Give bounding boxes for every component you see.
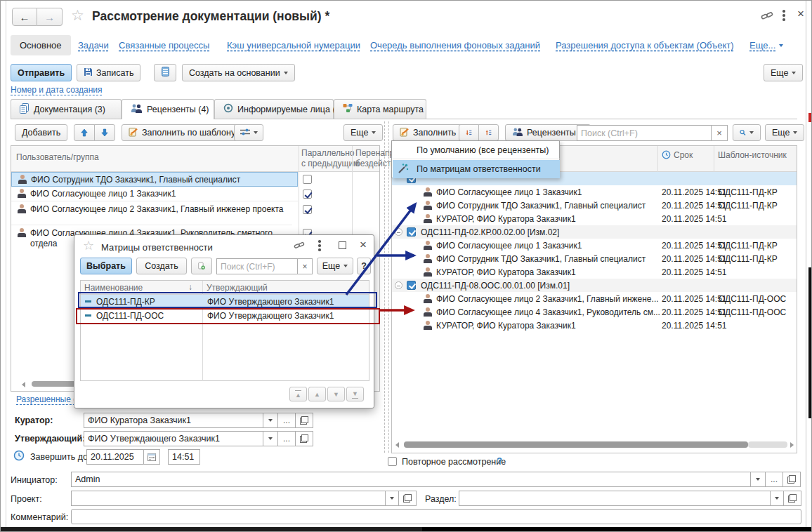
send-button[interactable]: Отправить (11, 64, 72, 81)
col-header-template-source[interactable]: Шаблон-источник (718, 150, 787, 160)
parallel-checkbox[interactable] (303, 175, 312, 184)
parallel-checkbox[interactable] (303, 205, 312, 214)
number-and-date-link[interactable]: Номер и дата создания (11, 85, 103, 95)
finish-date-input[interactable] (86, 449, 144, 465)
move-down-button[interactable] (94, 124, 115, 141)
sort-descending-button[interactable] (459, 124, 479, 141)
repeat-review-help[interactable]: ? (497, 455, 502, 466)
curator-ellipsis-button[interactable]: ... (277, 413, 296, 428)
curator-dropdown-button[interactable] (263, 413, 278, 428)
go-down-button[interactable]: ▼ (327, 387, 345, 401)
curator-input[interactable] (84, 413, 263, 428)
left-more-button[interactable]: Еще (343, 124, 383, 141)
parallel-checkbox[interactable] (303, 189, 312, 199)
finish-date-calendar-button[interactable] (143, 449, 160, 465)
reviewer-row[interactable]: ФИО Согласующее лицо 1 Заказчик1 20.11.2… (392, 185, 797, 199)
nav-link-more[interactable]: Еще... (749, 40, 783, 51)
reviewer-row[interactable]: КУРАТОР, ФИО Куратора Заказчик1 20.11.20… (392, 212, 797, 225)
nav-link-related-processes[interactable]: Связанные процессы (119, 40, 209, 51)
reviewer-row[interactable]: КУРАТОР, ФИО Куратора Заказчик1 20.11.20… (392, 319, 797, 332)
finish-time-input[interactable] (168, 449, 200, 465)
modal-create-new-item-button[interactable] (191, 258, 212, 274)
right-search-clear-button[interactable]: × (711, 125, 728, 141)
col-header-term[interactable]: Срок (674, 150, 693, 160)
create-based-on-button[interactable]: Создать на основании (182, 64, 295, 81)
reviewer-row[interactable]: ФИО Согласующее лицо 2 Заказчик1, Главны… (11, 202, 292, 225)
history-back-button[interactable]: ← (12, 8, 37, 26)
allowed-reviewers-link[interactable]: Разрешенные со (16, 394, 82, 404)
reviewer-row[interactable]: ФИО Согласующее лицо 1 Заказчик1 20.11.2… (392, 239, 797, 252)
modal-close-icon[interactable]: × (360, 238, 367, 252)
group-checkbox-checked[interactable] (407, 227, 416, 237)
modal-col-header-name[interactable]: Наименование (84, 283, 143, 293)
initiator-open-button[interactable] (782, 472, 801, 487)
window-close-icon[interactable]: × (797, 7, 804, 21)
save-button[interactable]: Записать (77, 64, 140, 81)
initiator-ellipsis-button[interactable]: ... (765, 472, 783, 487)
project-input[interactable] (71, 491, 386, 506)
comment-input[interactable] (71, 509, 801, 524)
h-scrollbar-track[interactable] (748, 441, 787, 448)
copy-link-icon[interactable] (761, 11, 773, 25)
initiator-dropdown-button[interactable] (750, 472, 766, 487)
right-more-button[interactable]: Еще (765, 124, 804, 141)
reviewer-row[interactable]: ФИО Согласующее лицо 2 Заказчик1, Главны… (392, 292, 797, 305)
nav-link-numbering-cache[interactable]: Кэш универсальной нумерации (227, 40, 360, 51)
history-forward-button[interactable]: → (37, 8, 63, 26)
go-last-button[interactable]: ▼ (346, 387, 364, 401)
menu-item-default-all-reviewers[interactable]: По умолчанию (все рецензенты) (393, 141, 560, 159)
scroll-left-arrow[interactable] (395, 442, 399, 448)
reviewer-row[interactable]: ФИО Сотрудник ТДО Заказчик1, Главный спе… (392, 199, 797, 212)
modal-search-clear-button[interactable]: × (297, 258, 313, 274)
document-group-row[interactable]: ОДС111-ПД-02.КР.00.02.00 [Изм.02] (392, 225, 797, 239)
col-header-parallel-line1[interactable]: Параллельно (301, 148, 354, 158)
reviewer-row[interactable]: ФИО Сотрудник ТДО Заказчик1, Главный спе… (392, 252, 797, 265)
modal-select-button[interactable]: Выбрать (80, 258, 132, 274)
modal-col-header-approver[interactable]: Утверждающий (207, 283, 268, 293)
tab-informed-persons[interactable]: Информируемые лица (1) (214, 99, 334, 119)
go-first-button[interactable]: ▲ (289, 387, 307, 401)
modal-maximize-icon[interactable] (339, 241, 346, 249)
nav-link-background-jobs-queue[interactable]: Очередь выполнения фоновых заданий (370, 40, 540, 51)
section-dropdown-button[interactable] (770, 491, 784, 506)
nav-link-object-access[interactable]: Разрешения доступа к объектам (Объект) (556, 40, 734, 51)
h-scrollbar-thumb[interactable] (404, 441, 748, 448)
sort-ascending-button[interactable] (478, 124, 499, 141)
modal-favorite-star-icon[interactable]: ☆ (83, 238, 94, 253)
tab-reviewers[interactable]: Рецензенты (4) (122, 99, 214, 119)
approver-open-button[interactable] (295, 431, 313, 446)
modal-create-button[interactable]: Создать (136, 258, 187, 274)
go-up-button[interactable]: ▲ (308, 387, 326, 401)
approver-ellipsis-button[interactable]: ... (277, 431, 296, 446)
reviewer-row-selected[interactable]: ФИО Сотрудник ТДО Заказчик1, Главный спе… (11, 172, 298, 187)
move-up-button[interactable] (74, 124, 95, 141)
col-header-user-group[interactable]: Пользователь/группа (16, 152, 99, 162)
commands-more-button[interactable]: Еще (764, 64, 803, 81)
repeat-review-label[interactable]: Повторное рассмотрение (402, 457, 506, 467)
modal-more-button[interactable]: Еще (317, 258, 353, 274)
favorite-star-icon[interactable]: ☆ (71, 7, 84, 24)
approver-input[interactable] (84, 431, 263, 446)
group-checkbox-checked[interactable] (407, 281, 416, 290)
reviewer-row[interactable]: ФИО Согласующее лицо 4 Заказчик1, Руково… (392, 305, 797, 319)
modal-copy-link-icon[interactable] (294, 241, 305, 253)
right-search-button[interactable] (733, 124, 761, 141)
right-search-input[interactable] (577, 125, 712, 141)
section-input[interactable] (459, 491, 771, 506)
menu-item-by-responsibility-matrices[interactable]: По матрицам ответственности (393, 160, 560, 178)
reviewer-row[interactable]: КУРАТОР, ФИО Куратора Заказчик1 20.11.20… (392, 265, 797, 279)
initiator-input[interactable] (71, 472, 751, 487)
modal-help-button[interactable]: ? (357, 258, 371, 274)
tab-documentation[interactable]: Документация (3) (11, 99, 122, 119)
add-reviewer-button[interactable]: Добавить (15, 124, 67, 141)
curator-open-button[interactable] (295, 413, 313, 428)
structure-button[interactable] (154, 64, 176, 81)
nav-link-tasks[interactable]: Задачи (78, 40, 109, 51)
document-group-row[interactable]: ОДС111-ПД-08.ООС.00.01.00 [Изм.01] (392, 279, 797, 292)
project-open-button[interactable] (398, 491, 417, 506)
fill-by-template-button[interactable]: Заполнить по шаблону (122, 124, 242, 141)
collapse-icon[interactable] (395, 228, 402, 236)
repeat-review-checkbox[interactable] (388, 457, 397, 466)
collapse-icon[interactable] (395, 281, 402, 289)
scroll-right-arrow[interactable] (790, 442, 794, 448)
